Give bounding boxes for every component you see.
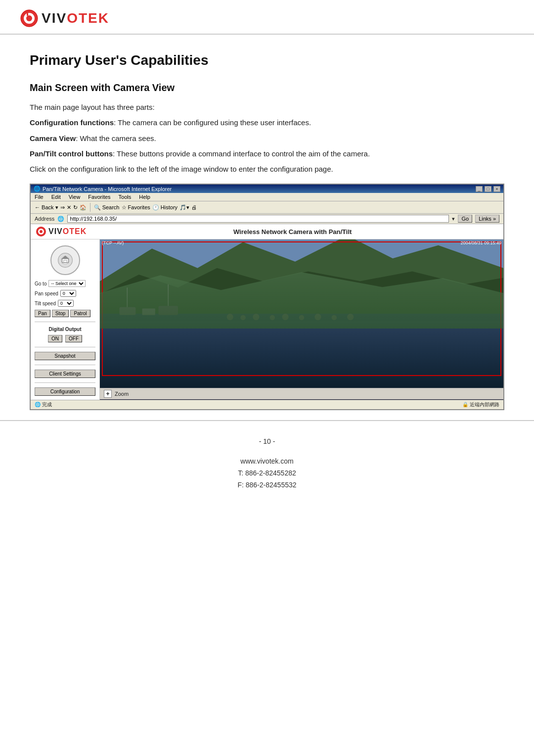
svg-point-32 (332, 315, 337, 321)
footer-phone: T: 886-2-82455282 (0, 468, 534, 479)
on-button[interactable]: ON (48, 335, 62, 342)
camera-logo-text: VIVOTEK (48, 227, 87, 236)
pan-button[interactable]: Pan (35, 310, 50, 317)
desc-para3: Camera View: What the camera sees. (30, 133, 504, 144)
address-input[interactable] (67, 215, 449, 223)
menu-edit[interactable]: Edit (51, 194, 61, 200)
go-button[interactable]: Go (458, 215, 472, 223)
svg-point-26 (240, 315, 246, 321)
camera-image-svg (100, 239, 503, 388)
pan-tilt-icon (57, 252, 73, 268)
digital-output-label: Digital Output (35, 327, 95, 332)
svg-point-25 (227, 314, 233, 320)
divider-4 (35, 382, 95, 383)
svg-point-6 (40, 230, 43, 233)
history-button[interactable]: 🕐 History (152, 204, 178, 211)
camera-sidebar: Go to -- Select one -- Pan speed 0 Tilt … (31, 239, 100, 400)
svg-point-2 (26, 15, 32, 21)
desc-para4-bold: Pan/Tilt control buttons (30, 149, 113, 158)
search-button[interactable]: 🔍 Search (94, 204, 120, 211)
media-button[interactable]: 🎵▾ (179, 204, 189, 211)
client-settings-button[interactable]: Client Settings (35, 370, 95, 378)
zoom-bar: + Zoom (100, 388, 503, 399)
desc-para4: Pan/Tilt control buttons: These buttons … (30, 148, 504, 159)
footer-website: www.vivotek.com (0, 456, 534, 468)
browser-window: 🌐 Pan/Tilt Network Camera - Microsoft In… (30, 184, 504, 410)
links-button[interactable]: Links » (475, 215, 499, 223)
camera-logo: VIVOTEK (36, 226, 87, 237)
goto-select[interactable]: -- Select one -- (48, 280, 86, 287)
desc-para2-rest: : The camera can be configured using the… (114, 118, 311, 127)
snapshot-button[interactable]: Snapshot (35, 352, 95, 360)
camera-page-title: Wireless Network Camera with Pan/Tilt (87, 228, 498, 236)
zoom-label: Zoom (115, 391, 129, 397)
page-title: Primary User's Capabilities (30, 52, 504, 68)
restore-button[interactable]: □ (485, 186, 491, 192)
svg-rect-3 (27, 13, 28, 16)
footer-fax: F: 886-2-82455532 (0, 479, 534, 491)
svg-rect-13 (100, 314, 503, 388)
print-button[interactable]: 🖨 (191, 204, 197, 210)
status-right-text: 近端內部網路 (470, 402, 499, 407)
svg-point-27 (253, 314, 259, 320)
browser-titlebar-right: _ □ × (476, 186, 500, 192)
page-footer: - 10 - www.vivotek.com T: 886-2-82455282… (0, 420, 534, 501)
home-button[interactable]: 🏠 (80, 204, 87, 211)
menu-help[interactable]: Help (139, 194, 150, 200)
back-button[interactable]: ← Back ▾ (35, 204, 58, 211)
address-dropdown-icon[interactable]: ▾ (452, 216, 455, 222)
status-left-icon: 🌐 (35, 402, 41, 407)
menu-favorites[interactable]: Favorites (88, 194, 110, 200)
camera-image (100, 239, 503, 388)
refresh-button[interactable]: ↻ (73, 204, 78, 211)
address-icon: 🌐 (57, 216, 64, 222)
menu-file[interactable]: File (35, 194, 44, 200)
desc-para5: Click on the configuration link to the l… (30, 163, 504, 175)
pan-tilt-wheel[interactable] (50, 245, 80, 275)
svg-rect-34 (100, 359, 503, 388)
camera-page-header: VIVOTEK Wireless Network Camera with Pan… (31, 224, 503, 239)
divider-2 (35, 347, 95, 347)
pan-speed-row: Pan speed 0 (35, 290, 95, 297)
patrol-button[interactable]: Patrol (70, 310, 90, 317)
camera-logo-icon (36, 226, 46, 237)
menu-view[interactable]: View (69, 194, 81, 200)
close-button[interactable]: × (493, 186, 500, 192)
svg-point-28 (270, 315, 275, 321)
camera-overlay-date: 2004/08/31 09:15:49 (460, 240, 501, 245)
stop-button[interactable]: ✕ (67, 204, 71, 211)
toolbar-separator (90, 203, 90, 212)
camera-overlay-left: (TCP→AV) (102, 240, 124, 245)
favorites-button[interactable]: ☆ Favorites (122, 204, 150, 211)
main-content: Primary User's Capabilities Main Screen … (0, 35, 534, 420)
off-button[interactable]: OFF (65, 335, 82, 342)
camera-view: (TCP→AV) 2004/08/31 09:15:49 (100, 239, 503, 400)
tilt-speed-row: Tilt speed 0 (35, 300, 95, 307)
divider-1 (35, 322, 95, 322)
browser-title-icon: 🌐 (34, 186, 41, 192)
status-left: 🌐 完成 (35, 401, 52, 408)
forward-button[interactable]: ⇒ (60, 204, 65, 211)
tilt-speed-label: Tilt speed (35, 301, 56, 306)
pan-stop-patrol-row: Pan Stop Patrol (35, 310, 95, 317)
svg-point-30 (299, 315, 305, 321)
section-title: Main Screen with Camera View (30, 82, 504, 94)
pan-speed-select[interactable]: 0 (60, 290, 76, 297)
address-label: Address (35, 216, 54, 222)
goto-label: Go to (35, 281, 46, 286)
configuration-button[interactable]: Configuration (35, 387, 95, 396)
page-number: - 10 - (0, 436, 534, 448)
tilt-speed-select[interactable]: 0 (58, 300, 74, 307)
status-left-text: 完成 (42, 402, 52, 407)
desc-para2-bold: Configuration functions (30, 118, 114, 127)
svg-point-29 (282, 314, 289, 320)
browser-toolbar: ← Back ▾ ⇒ ✕ ↻ 🏠 🔍 Search ☆ Favorites 🕐 … (31, 201, 503, 214)
menu-tools[interactable]: Tools (119, 194, 132, 200)
stop-button[interactable]: Stop (52, 310, 69, 317)
minimize-button[interactable]: _ (476, 186, 483, 192)
browser-titlebar: 🌐 Pan/Tilt Network Camera - Microsoft In… (31, 185, 503, 193)
zoom-plus-button[interactable]: + (104, 390, 112, 398)
pan-speed-label: Pan speed (35, 291, 58, 296)
goto-row: Go to -- Select one -- (35, 280, 95, 287)
description-block: The main page layout has three parts: Co… (30, 101, 504, 175)
